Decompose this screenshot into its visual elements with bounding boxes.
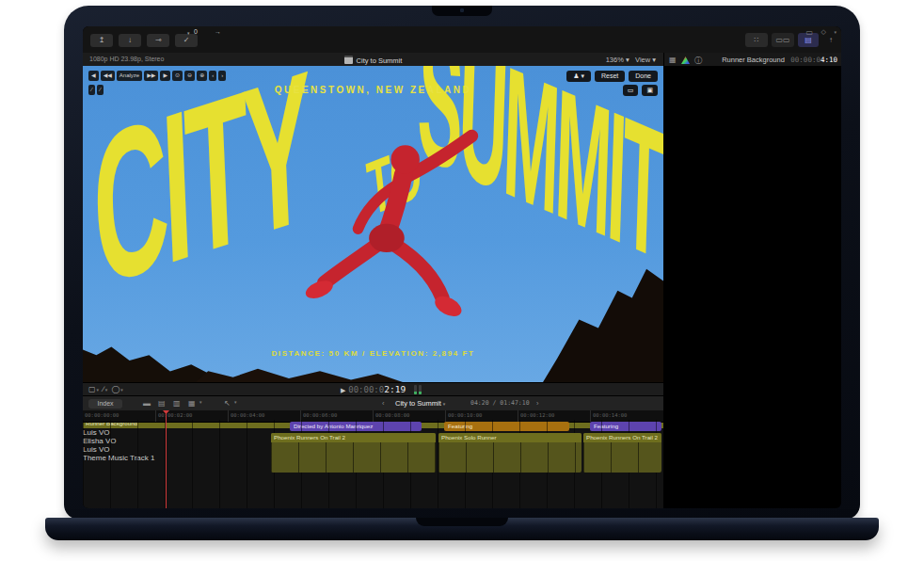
- chevron-down-icon: ▾: [199, 399, 202, 405]
- mask-rectangle-button[interactable]: ▭: [623, 85, 639, 96]
- keying-button[interactable]: ⊸: [147, 34, 169, 47]
- brush-tool-button[interactable]: ∕: [97, 85, 104, 95]
- play-icon[interactable]: ▶: [341, 387, 345, 393]
- share-icon: ↥: [99, 36, 105, 44]
- reset-button[interactable]: Reset: [595, 71, 625, 82]
- next-keyframe-icon[interactable]: →: [215, 28, 221, 35]
- clip-title: Phoenix Runners On Trail 2: [271, 433, 436, 442]
- rewind-button[interactable]: ◀◀: [101, 71, 115, 81]
- mask-shape-tools: ▭ ▣: [623, 85, 658, 96]
- next-button[interactable]: ›: [218, 71, 226, 81]
- draw-tools: ∕ ∕: [88, 85, 104, 95]
- share-button[interactable]: ↥: [90, 34, 113, 47]
- timeline-toolbar: Index ▬ ▤ ▥ ▦ ▾ ↖ ▾ ‹ City to Summit ▾ 0…: [83, 395, 663, 411]
- camera-icon: [460, 8, 464, 12]
- project-title-display: City to Summit: [83, 56, 663, 65]
- display-icon[interactable]: ▭: [805, 28, 813, 37]
- title-art-city: CITY: [88, 66, 312, 336]
- viewer-info-bar: 1080p HD 23.98p, Stereo City to Summit 1…: [83, 53, 663, 67]
- background-tasks-button[interactable]: ✓: [175, 34, 198, 47]
- chevron-down-icon: ▾: [626, 56, 629, 64]
- clip-title: Phoenix Solo Runner: [438, 433, 581, 442]
- clapperboard-icon: [344, 56, 353, 64]
- viewer-canvas[interactable]: CITY SUMMIT TO QUEENSTOWN, NEW ZEAL: [83, 66, 663, 382]
- clip-filmstrip: [271, 442, 436, 473]
- timeline-position-info: 04:20 / 01:47:10: [470, 399, 530, 407]
- clip-appearance-icon-4[interactable]: ▦: [188, 399, 196, 408]
- fast-forward-button[interactable]: ▶▶: [144, 71, 158, 81]
- timeline-project-menu[interactable]: City to Summit ▾: [395, 399, 445, 408]
- share-box-icon: ↑: [829, 36, 833, 44]
- zoom-in-button[interactable]: ⊕: [197, 71, 207, 81]
- next-project-button[interactable]: ›: [536, 399, 539, 408]
- skip-back-button[interactable]: ◀: [88, 71, 99, 81]
- person-icon: ♟: [573, 72, 579, 79]
- transport-bar: ▢▾ ∕▾ ◯▾ ▶00:00:02:19: [83, 382, 663, 396]
- viewer-actions: ♟ ▾ Reset Done: [566, 71, 658, 82]
- chevron-down-icon: ▾: [443, 401, 446, 407]
- tiles-icon: ▭▭: [775, 36, 789, 44]
- final-cut-pro-window: ↥ ↓ ⊸ ✓ ∷ ▭▭ ▤ ↑ 1080p HD 23.98p, Stereo…: [83, 26, 841, 508]
- lid-scoop: [416, 518, 508, 526]
- video-clip[interactable]: Phoenix Runners On Trail 2: [583, 433, 661, 473]
- chevron-down-icon: ▾: [187, 30, 190, 36]
- inspector-timecode: 00:00:04:10: [790, 56, 837, 64]
- rocks-center: [196, 358, 403, 382]
- rocks-right: [543, 262, 663, 382]
- caption-text: DISTANCE: 50 KM / ELEVATION: 2,894 FT: [83, 349, 663, 358]
- key-icon: ⊸: [155, 36, 162, 44]
- timeline-toggle-button[interactable]: ▭▭: [772, 33, 794, 47]
- keyframe-diamond-icon[interactable]: ◇: [821, 28, 826, 36]
- location-text: QUEENSTOWN, NEW ZEALAND: [83, 85, 663, 95]
- grid-icon: ∷: [754, 36, 758, 44]
- playhead[interactable]: [166, 410, 167, 508]
- clip-filmstrip: [438, 442, 581, 473]
- clip-appearance-icon-3[interactable]: ▥: [173, 399, 181, 408]
- pen-tool-button[interactable]: ∕: [88, 85, 95, 95]
- mask-filled-button[interactable]: ▣: [642, 85, 658, 96]
- video-clip[interactable]: Phoenix Solo Runner: [438, 433, 581, 473]
- person-mask-menu-button[interactable]: ♟ ▾: [566, 71, 591, 82]
- chevron-down-icon: ▾: [234, 399, 237, 405]
- viewer-view-menu[interactable]: View ▾: [635, 56, 656, 64]
- clip-filmstrip: [583, 442, 661, 473]
- done-button[interactable]: Done: [629, 71, 658, 82]
- index-button[interactable]: Index: [88, 399, 122, 409]
- analysis-transport-controls: ◀ ◀◀ Analyze ▶▶ ▶ ⊙ ⊖ ⊕ ‹ ›: [88, 71, 226, 81]
- camera-notch: [432, 6, 492, 16]
- video-clip[interactable]: Phoenix Runners On Trail 2: [271, 433, 436, 473]
- feather-value[interactable]: 0: [194, 28, 198, 35]
- inspector-panel-icon: ▤: [805, 36, 812, 44]
- prev-button[interactable]: ‹: [209, 71, 216, 81]
- audio-meters[interactable]: [414, 385, 422, 394]
- chevron-down-icon: ▾: [581, 72, 584, 79]
- clip-appearance-icon-2[interactable]: ▤: [158, 399, 166, 408]
- previous-project-button[interactable]: ‹: [382, 399, 385, 408]
- chevron-down-icon: ▾: [834, 29, 836, 35]
- selected-video-clip[interactable]: Runner Background: [83, 419, 663, 428]
- chevron-down-icon: ▾: [652, 56, 656, 64]
- pointer-tool-button[interactable]: ↖: [224, 399, 231, 408]
- runner-silhouette: [297, 124, 500, 350]
- clip-appearance-icon-1[interactable]: ▬: [143, 399, 151, 408]
- timeline-tracks[interactable]: 00:00:00:00 00:00:02:00 00:00:04:00 00:0…: [83, 410, 663, 508]
- browser-toggle-button[interactable]: ∷: [745, 33, 768, 47]
- inspector-header: ▦ ⓘ Runner Background 00:00:04:10: [663, 53, 841, 67]
- macbook-base: [45, 518, 879, 540]
- import-button[interactable]: ↓: [119, 34, 141, 47]
- current-timecode: ▶00:00:02:19: [83, 384, 663, 394]
- zoom-out-button[interactable]: ⊖: [184, 71, 195, 81]
- download-icon: ↓: [128, 36, 132, 44]
- analyze-button[interactable]: Analyze: [117, 71, 142, 81]
- macbook-lid: ↥ ↓ ⊸ ✓ ∷ ▭▭ ▤ ↑ 1080p HD 23.98p, Stereo…: [64, 6, 860, 520]
- skip-forward-button[interactable]: ▶: [160, 71, 170, 81]
- loupe-button[interactable]: ⊙: [172, 71, 183, 81]
- check-circle-icon: ✓: [183, 36, 190, 44]
- viewer-zoom-menu[interactable]: 136% ▾: [606, 56, 629, 64]
- clip-title: Phoenix Runners On Trail 2: [583, 433, 661, 442]
